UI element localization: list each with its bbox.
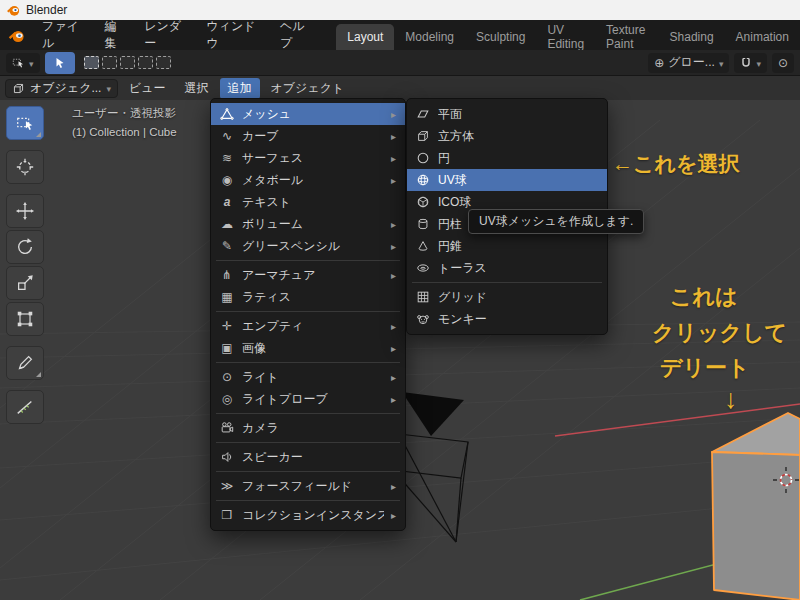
speaker-icon xyxy=(219,450,235,464)
submenu-arrow-icon xyxy=(391,481,396,492)
workspace-tab-animation[interactable]: Animation xyxy=(725,24,800,50)
select-mode-intersect[interactable] xyxy=(156,56,171,69)
add-menu-item-speaker[interactable]: スピーカー xyxy=(211,446,405,468)
add-menu-item-curve[interactable]: カーブ xyxy=(211,125,405,147)
viewport-menu-select[interactable]: 選択 xyxy=(177,78,217,99)
transform-tool-button[interactable] xyxy=(6,302,44,336)
cylinder-icon xyxy=(415,217,431,231)
grease-pencil-icon xyxy=(219,239,235,253)
workspace-tab-sculpting[interactable]: Sculpting xyxy=(465,24,536,50)
add-menu-item-force-field[interactable]: フォースフィールド xyxy=(211,475,405,497)
submenu-arrow-icon xyxy=(391,270,396,281)
add-menu-item-text[interactable]: テキスト xyxy=(211,191,405,213)
mesh-submenu-item-uv-sphere[interactable]: UV球 xyxy=(407,169,607,191)
mesh-submenu-item-monkey[interactable]: モンキー xyxy=(407,308,607,330)
workspace-tab-uv-editing[interactable]: UV Editing xyxy=(536,24,595,50)
viewport-menu-object[interactable]: オブジェクト xyxy=(263,78,353,99)
uv-sphere-icon xyxy=(415,173,431,187)
annotate-tool-icon xyxy=(15,353,35,373)
workspace-tab-modeling[interactable]: Modeling xyxy=(394,24,465,50)
add-menu-item-collection-instance[interactable]: コレクションインスタンス xyxy=(211,504,405,526)
workspace-tab-texture-paint[interactable]: Texture Paint xyxy=(595,24,658,50)
viewport-info: ユーザー・透視投影 (1) Collection | Cube xyxy=(72,104,177,142)
curve-icon xyxy=(219,129,235,143)
interaction-mode-dropdown[interactable]: オブジェク... xyxy=(5,79,118,98)
annotation-select-this: ←これを選択 xyxy=(612,150,739,178)
select-mode-extend[interactable] xyxy=(102,56,117,69)
surface-icon xyxy=(219,151,235,165)
transform-orientation-dropdown[interactable]: グロー... xyxy=(648,53,729,73)
window-title: Blender xyxy=(26,3,67,17)
grid-icon xyxy=(415,290,431,304)
menu-separator xyxy=(211,359,405,366)
select-mode-invert[interactable] xyxy=(138,56,153,69)
viewport-header: オブジェク... ビュー 選択 追加 オブジェクト xyxy=(0,76,800,100)
mesh-submenu-item-cube[interactable]: 立方体 xyxy=(407,125,607,147)
mesh-submenu-item-circle[interactable]: 円 xyxy=(407,147,607,169)
select-tool-icon xyxy=(12,56,25,69)
text-icon xyxy=(219,195,235,209)
annotate-tool-button[interactable] xyxy=(6,346,44,380)
workspace-tab-shading[interactable]: Shading xyxy=(659,24,725,50)
menu-separator xyxy=(211,257,405,264)
add-menu-item-light[interactable]: ライト xyxy=(211,366,405,388)
select-mode-new[interactable] xyxy=(84,56,99,69)
cursor-tool-icon xyxy=(15,157,35,177)
add-menu-item-empty[interactable]: エンプティ xyxy=(211,315,405,337)
cursor-arrow-icon xyxy=(53,56,67,70)
mesh-submenu-item-cone[interactable]: 円錐 xyxy=(407,235,607,257)
scale-tool-button[interactable] xyxy=(6,266,44,300)
add-menu-item-volume[interactable]: ボリューム xyxy=(211,213,405,235)
proportional-edit-button[interactable] xyxy=(772,53,794,73)
add-menu-item-camera[interactable]: カメラ xyxy=(211,417,405,439)
orientation-label: グロー... xyxy=(668,54,715,71)
menu-file[interactable]: ファイル xyxy=(33,20,95,50)
viewport-menu-view[interactable]: ビュー xyxy=(121,78,174,99)
menu-separator xyxy=(407,279,607,286)
submenu-arrow-icon xyxy=(391,175,396,186)
menu-render[interactable]: レンダー xyxy=(135,20,197,50)
snapping-dropdown[interactable] xyxy=(734,53,767,73)
active-tool-button[interactable] xyxy=(45,52,75,74)
add-menu-item-light-probe[interactable]: ライトプローブ xyxy=(211,388,405,410)
lattice-icon xyxy=(219,290,235,304)
submenu-arrow-icon xyxy=(391,241,396,252)
empty-icon xyxy=(219,319,235,333)
add-menu-item-lattice[interactable]: ラティス xyxy=(211,286,405,308)
magnet-icon xyxy=(740,57,752,69)
measure-tool-button[interactable] xyxy=(6,390,44,424)
submenu-arrow-icon xyxy=(391,109,396,120)
image-icon xyxy=(219,341,235,355)
mesh-submenu-item-plane[interactable]: 平面 xyxy=(407,103,607,125)
add-menu-item-image[interactable]: 画像 xyxy=(211,337,405,359)
light-probe-icon xyxy=(219,392,235,406)
viewport-menu-add[interactable]: 追加 xyxy=(220,78,260,99)
workspace-tab-layout[interactable]: Layout xyxy=(336,24,394,50)
active-tool-dropdown[interactable] xyxy=(6,53,40,73)
cursor-tool-button[interactable] xyxy=(6,150,44,184)
move-tool-button[interactable] xyxy=(6,194,44,228)
menu-separator xyxy=(211,410,405,417)
add-menu-item-metaball[interactable]: メタボール xyxy=(211,169,405,191)
menu-help[interactable]: ヘルプ xyxy=(271,20,322,50)
add-menu: メッシュ カーブ サーフェス メタボール テキスト ボリューム グリースペンシル… xyxy=(210,98,406,531)
annotation-delete-line2: クリックして xyxy=(652,318,787,348)
add-menu-item-surface[interactable]: サーフェス xyxy=(211,147,405,169)
light-icon xyxy=(219,370,235,384)
measure-tool-icon xyxy=(15,397,35,417)
menu-edit[interactable]: 編集 xyxy=(95,20,135,50)
add-menu-item-grease-pencil[interactable]: グリースペンシル xyxy=(211,235,405,257)
mesh-submenu-item-grid[interactable]: グリッド xyxy=(407,286,607,308)
mesh-submenu-item-torus[interactable]: トーラス xyxy=(407,257,607,279)
submenu-arrow-icon xyxy=(391,343,396,354)
menu-separator xyxy=(211,439,405,446)
rotate-tool-button[interactable] xyxy=(6,230,44,264)
select-box-tool-button[interactable] xyxy=(6,106,44,140)
menu-window[interactable]: ウィンドウ xyxy=(197,20,271,50)
blender-app-icon[interactable] xyxy=(0,20,33,50)
select-mode-subtract[interactable] xyxy=(120,56,135,69)
cube-object[interactable] xyxy=(712,413,800,600)
add-menu-item-mesh[interactable]: メッシュ xyxy=(211,103,405,125)
mesh-icon xyxy=(219,107,235,121)
add-menu-item-armature[interactable]: アーマチュア xyxy=(211,264,405,286)
